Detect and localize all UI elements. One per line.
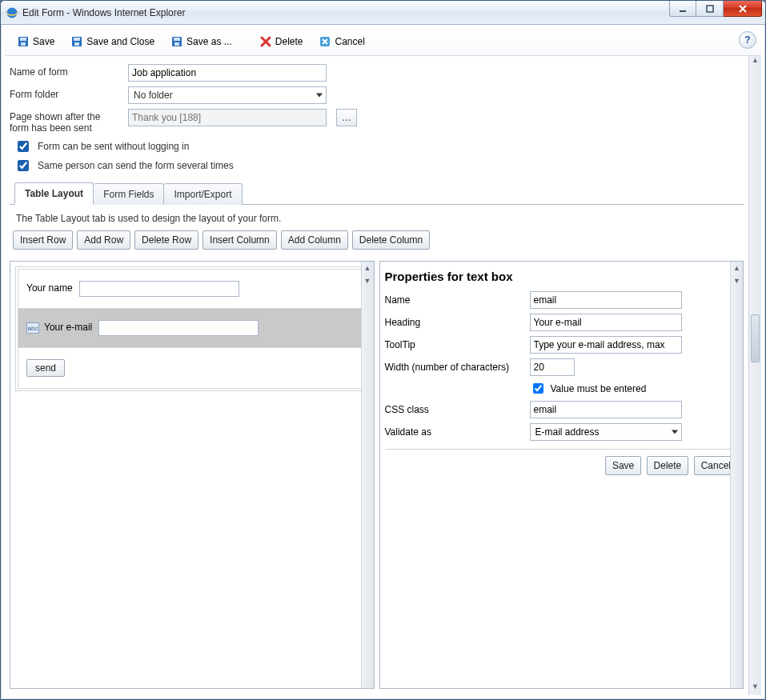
aftersend-input — [128, 109, 327, 126]
insert-column-button[interactable]: Insert Column — [203, 230, 277, 250]
delete-label: Delete — [275, 36, 303, 47]
prop-validate-value: E-mail address — [535, 426, 600, 438]
preview-table-wrapper: Your name abcYour e-mail — [15, 266, 369, 391]
preview-table: Your name abcYour e-mail — [18, 269, 367, 389]
delete-column-button[interactable]: Delete Column — [352, 230, 430, 250]
prop-validate-select[interactable]: E-mail address — [530, 423, 682, 441]
delete-button[interactable]: Delete — [252, 31, 311, 52]
prop-required-checkbox[interactable] — [533, 383, 543, 394]
preview-field-label: Your e-mail — [44, 322, 92, 333]
prop-tooltip-input[interactable] — [530, 336, 682, 354]
page-scrollbar[interactable]: ▲ ▼ — [748, 56, 761, 695]
svg-rect-10 — [174, 38, 180, 41]
tab-import-export[interactable]: Import/Export — [164, 183, 242, 205]
table-row[interactable]: abcYour e-mail — [18, 309, 367, 348]
cancel-label: Cancel — [335, 36, 364, 47]
preview-pane: Your name abcYour e-mail — [10, 261, 375, 689]
window-title: Edit Form - Windows Internet Explorer — [22, 7, 185, 18]
prop-validate-label: Validate as — [385, 426, 525, 438]
content-wrap: Name of form Form folder No folder Page … — [5, 56, 761, 695]
prop-name-input[interactable] — [530, 291, 682, 309]
save-as-button[interactable]: Save as ... — [163, 31, 239, 52]
svg-rect-4 — [20, 38, 26, 41]
preview-send-button[interactable]: send — [26, 359, 65, 377]
tab-table-layout[interactable]: Table Layout — [14, 182, 94, 205]
svg-rect-7 — [74, 38, 80, 41]
prop-heading-input[interactable] — [530, 314, 682, 331]
svg-rect-2 — [707, 6, 713, 12]
cancel-button[interactable]: Cancel — [311, 31, 371, 52]
help-button[interactable]: ? — [739, 31, 756, 49]
svg-rect-11 — [174, 42, 179, 46]
name-label: Name of form — [10, 64, 122, 78]
scroll-up-icon: ▲ — [731, 262, 743, 274]
table-row[interactable]: send — [18, 348, 367, 389]
tab-description: The Table Layout tab is used to design t… — [10, 205, 744, 230]
chevron-down-icon — [316, 94, 323, 98]
ie-icon — [6, 6, 18, 19]
tabs: Table Layout Form Fields Import/Export — [10, 182, 744, 205]
minimize-button[interactable] — [669, 1, 696, 17]
prop-width-label: Width (number of characters) — [385, 362, 525, 373]
form-folder-select[interactable]: No folder — [128, 86, 327, 104]
maximize-button[interactable] — [696, 1, 724, 17]
preview-scrollbar[interactable]: ▲ ▼ — [361, 262, 374, 688]
form-name-input[interactable] — [128, 64, 327, 82]
table-row[interactable]: Your name — [18, 270, 367, 309]
chevron-down-icon — [672, 430, 678, 434]
prop-heading-label: Heading — [385, 317, 525, 328]
properties-actions: Save Delete Cancel — [385, 449, 739, 475]
scroll-up-icon: ▲ — [749, 56, 761, 69]
svg-rect-8 — [74, 42, 79, 46]
scroll-up-icon: ▲ — [362, 262, 374, 274]
preview-name-input[interactable] — [79, 281, 239, 297]
cancel-icon — [319, 35, 331, 48]
ellipsis-icon: … — [342, 112, 351, 123]
prop-save-button[interactable]: Save — [605, 456, 641, 475]
preview-field-label: Your name — [26, 282, 73, 294]
properties-pane: Properties for text box Name Heading Too… — [379, 261, 744, 689]
prop-css-input[interactable] — [530, 401, 682, 418]
ie-window: Edit Form - Windows Internet Explorer Sa… — [0, 0, 766, 700]
svg-rect-1 — [680, 10, 686, 12]
titlebar: Edit Form - Windows Internet Explorer — [1, 1, 765, 25]
add-row-button[interactable]: Add Row — [77, 230, 130, 250]
save-label: Save — [33, 36, 54, 47]
save-icon — [170, 35, 183, 48]
save-icon — [70, 35, 83, 48]
prop-tooltip-label: ToolTip — [385, 339, 525, 350]
prop-delete-button[interactable]: Delete — [647, 456, 689, 475]
multi-checkbox[interactable] — [18, 160, 29, 171]
prop-css-label: CSS class — [385, 404, 525, 415]
folder-label: Form folder — [10, 86, 122, 100]
toolbar: Save Save and Close Save as ... Delete — [5, 28, 761, 56]
save-button[interactable]: Save — [10, 31, 62, 52]
close-button[interactable] — [724, 1, 762, 17]
client-area: Save Save and Close Save as ... Delete — [1, 25, 765, 699]
form-meta: Name of form Form folder No folder Page … — [5, 56, 748, 261]
properties-scrollbar[interactable]: ▲ ▼ — [730, 262, 743, 688]
window-controls — [669, 1, 762, 17]
scroll-thumb[interactable] — [751, 314, 760, 362]
prop-name-label: Name — [385, 294, 525, 306]
delete-icon — [259, 35, 272, 48]
anon-checkbox[interactable] — [18, 141, 29, 152]
textbox-icon: abc — [26, 322, 39, 334]
save-as-label: Save as ... — [186, 36, 232, 47]
prop-width-input[interactable] — [530, 358, 575, 376]
layout-button-row: Insert Row Add Row Delete Row Insert Col… — [10, 230, 744, 256]
browse-page-button[interactable]: … — [336, 109, 357, 126]
tab-form-fields[interactable]: Form Fields — [94, 183, 164, 205]
scroll-down-icon: ▼ — [362, 274, 374, 287]
add-column-button[interactable]: Add Column — [281, 230, 348, 250]
split-pane: Your name abcYour e-mail — [5, 261, 748, 695]
scroll-down-icon: ▼ — [749, 682, 761, 695]
save-icon — [17, 35, 30, 48]
svg-point-0 — [7, 7, 18, 18]
insert-row-button[interactable]: Insert Row — [13, 230, 73, 250]
multi-label: Same person can send the form several ti… — [38, 160, 234, 171]
save-close-label: Save and Close — [86, 36, 154, 47]
delete-row-button[interactable]: Delete Row — [134, 230, 199, 250]
preview-email-input[interactable] — [98, 320, 259, 336]
save-close-button[interactable]: Save and Close — [63, 31, 162, 52]
